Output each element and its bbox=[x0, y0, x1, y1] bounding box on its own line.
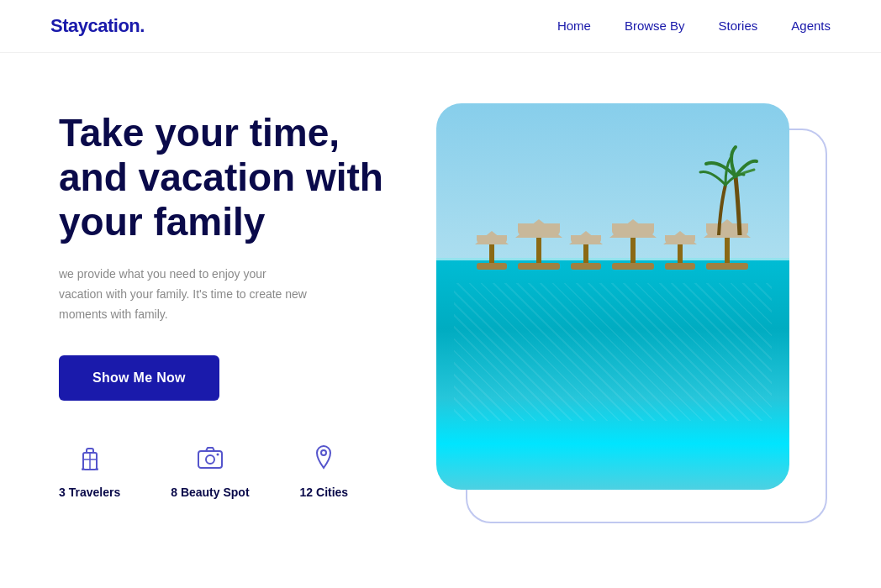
palm-trees-right bbox=[694, 134, 761, 239]
hut-1-platform bbox=[477, 263, 507, 270]
svg-rect-4 bbox=[96, 468, 98, 470]
hut-5-post bbox=[678, 244, 683, 263]
nav-link-home[interactable]: Home bbox=[557, 18, 591, 33]
hut-3-roof bbox=[569, 231, 603, 244]
hut-4-platform bbox=[612, 263, 654, 270]
svg-point-8 bbox=[321, 450, 326, 455]
svg-rect-3 bbox=[82, 468, 84, 470]
hut-1-roof bbox=[475, 231, 509, 244]
hut-2-roof bbox=[515, 219, 562, 238]
beauty-spot-label: 8 Beauty Spot bbox=[171, 486, 249, 499]
hut-5-roof bbox=[663, 231, 697, 244]
hut-3 bbox=[569, 231, 603, 270]
stats-row: 3 Travelers 8 Beauty Spot bbox=[59, 443, 412, 499]
hero-title: Take your time, and vacation with your f… bbox=[59, 111, 412, 244]
pool-scene-illustration bbox=[436, 103, 789, 490]
hut-2-post bbox=[536, 238, 541, 263]
hut-3-platform bbox=[571, 263, 601, 270]
hut-5 bbox=[663, 231, 697, 270]
hut-4 bbox=[609, 219, 657, 270]
hut-4-post bbox=[630, 238, 636, 263]
hut-1 bbox=[475, 231, 509, 270]
hut-4-roof bbox=[609, 219, 657, 238]
hut-6-platform bbox=[706, 263, 748, 270]
stat-beauty-spot: 8 Beauty Spot bbox=[171, 443, 249, 499]
hut-2-platform bbox=[518, 263, 560, 270]
nav-item-home[interactable]: Home bbox=[557, 18, 591, 34]
hut-3-post bbox=[583, 244, 588, 263]
hero-subtitle: we provide what you need to enjoy your v… bbox=[59, 265, 311, 324]
hero-image-card bbox=[436, 103, 789, 490]
cities-label: 12 Cities bbox=[300, 486, 349, 499]
nav-item-browse-by[interactable]: Browse By bbox=[625, 18, 685, 34]
location-icon bbox=[309, 443, 339, 479]
show-me-now-button[interactable]: Show Me Now bbox=[59, 355, 219, 401]
pool-water bbox=[436, 258, 789, 490]
travelers-label: 3 Travelers bbox=[59, 486, 120, 499]
svg-point-7 bbox=[216, 453, 219, 455]
stat-travelers: 3 Travelers bbox=[59, 443, 120, 499]
camera-icon bbox=[195, 443, 225, 479]
pool-shimmer bbox=[454, 283, 772, 421]
hut-6-post bbox=[725, 238, 730, 263]
luggage-icon bbox=[75, 443, 105, 479]
nav-item-agents[interactable]: Agents bbox=[791, 18, 831, 34]
image-wrapper bbox=[436, 103, 806, 507]
stat-cities: 12 Cities bbox=[300, 443, 349, 499]
hut-5-platform bbox=[665, 263, 695, 270]
hero-content: Take your time, and vacation with your f… bbox=[59, 111, 412, 498]
nav-link-agents[interactable]: Agents bbox=[791, 18, 831, 33]
svg-point-6 bbox=[206, 455, 214, 464]
hut-2 bbox=[515, 219, 562, 270]
nav-link-stories[interactable]: Stories bbox=[719, 18, 758, 33]
nav-link-browse-by[interactable]: Browse By bbox=[625, 18, 685, 33]
nav-item-stories[interactable]: Stories bbox=[719, 18, 758, 34]
site-logo[interactable]: Staycation. bbox=[50, 15, 145, 37]
navbar: Staycation. Home Browse By Stories Agent… bbox=[0, 0, 881, 53]
hero-image-area bbox=[412, 103, 831, 507]
hut-1-post bbox=[489, 244, 494, 263]
hero-section: Take your time, and vacation with your f… bbox=[0, 53, 881, 540]
nav-links: Home Browse By Stories Agents bbox=[557, 18, 831, 34]
